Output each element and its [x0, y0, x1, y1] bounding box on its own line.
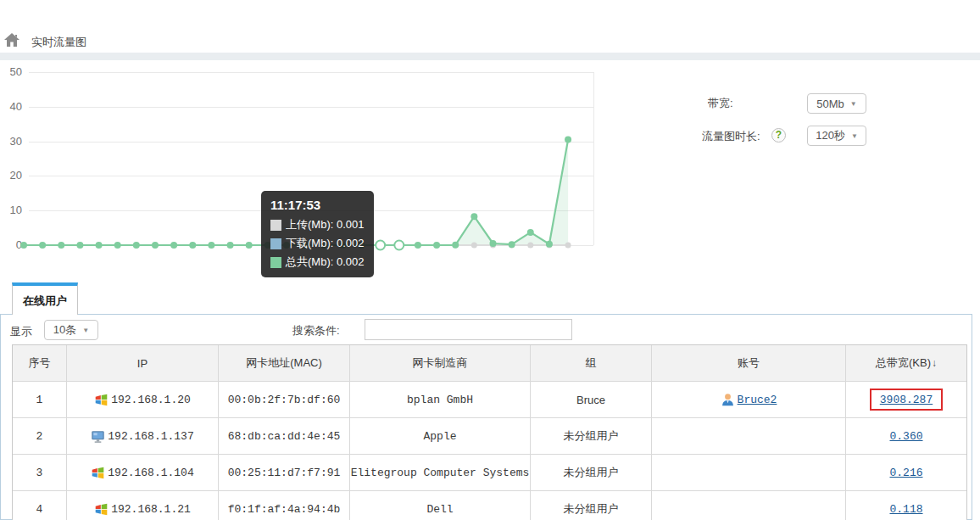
cell-group: Bruce [531, 382, 652, 417]
total-point[interactable] [76, 242, 83, 249]
cell-index: 4 [13, 491, 67, 520]
total-point[interactable] [490, 240, 497, 247]
total-point[interactable] [152, 242, 159, 249]
search-input[interactable] [365, 319, 572, 340]
duration-label: 流量图时长: [702, 129, 760, 144]
column-header-6[interactable]: 总带宽(KB)↓ [846, 345, 966, 381]
cell-ip: 192.168.1.137 [67, 418, 219, 454]
cell-bandwidth: 0.216 [846, 455, 966, 490]
chevron-down-icon: ▼ [851, 132, 858, 140]
total-swatch [270, 257, 281, 268]
cell-bandwidth: 3908.287 [846, 382, 966, 417]
cell-index: 3 [13, 455, 67, 490]
bandwidth-link[interactable]: 0.118 [889, 503, 922, 516]
total-point[interactable] [527, 229, 534, 236]
bandwidth-link[interactable]: 0.360 [889, 430, 922, 443]
cell-ip: 192.168.1.104 [67, 455, 219, 490]
cell-account [652, 418, 846, 454]
total-point-hollow[interactable] [394, 241, 404, 250]
table-body: 1 192.168.1.2000:0b:2f:7b:df:60bplan Gmb… [13, 381, 966, 520]
total-point[interactable] [39, 242, 46, 249]
column-header-1[interactable]: IP [67, 345, 219, 381]
total-point[interactable] [509, 241, 515, 248]
cell-group: 未分组用户 [531, 491, 652, 520]
home-icon-glyph [3, 31, 20, 48]
cell-index: 2 [13, 418, 67, 454]
bandwidth-link[interactable]: 3908.287 [880, 394, 933, 406]
tooltip-upload-label: 上传(Mb) [286, 218, 331, 231]
bandwidth-select-value: 50Mb [816, 98, 844, 110]
table-header-row: 序号IP网卡地址(MAC)网卡制造商组账号总带宽(KB)↓ [13, 345, 966, 381]
column-header-4[interactable]: 组 [531, 345, 652, 381]
total-point[interactable] [133, 242, 140, 249]
account-link[interactable]: Bruce2 [738, 394, 777, 406]
tooltip-total-label: 总共(Mb) [286, 255, 331, 268]
cell-vendor: Elitegroup Computer Systems [350, 455, 531, 490]
tooltip-row-download: 下载(Mb): 0.002 [270, 236, 365, 251]
cell-group: 未分组用户 [531, 418, 652, 454]
home-icon[interactable] [3, 31, 20, 48]
duration-select[interactable]: 120秒 ▼ [807, 126, 866, 146]
tooltip-row-upload: 上传(Mb): 0.001 [270, 217, 365, 232]
total-point[interactable] [433, 242, 440, 249]
cell-mac: 00:25:11:d7:f7:91 [219, 455, 350, 490]
tab-online-users[interactable]: 在线用户 [12, 282, 78, 315]
cell-bandwidth: 0.360 [846, 418, 966, 454]
column-header-5[interactable]: 账号 [652, 345, 846, 381]
table-row: 1 192.168.1.2000:0b:2f:7b:df:60bplan Gmb… [13, 381, 966, 417]
windows-os-icon [94, 502, 109, 517]
total-point[interactable] [246, 242, 253, 249]
total-point[interactable] [565, 137, 571, 143]
total-point[interactable] [96, 242, 103, 249]
page-size-value: 10条 [53, 322, 76, 338]
page-size-select[interactable]: 10条 ▼ [44, 320, 98, 340]
total-point[interactable] [20, 242, 27, 249]
total-point[interactable] [471, 213, 477, 220]
help-icon[interactable]: ? [771, 128, 786, 143]
tooltip-download-label: 下载(Mb) [286, 237, 331, 249]
total-point[interactable] [189, 242, 196, 249]
bandwidth-label: 带宽: [708, 96, 733, 111]
search-label: 搜索条件: [292, 323, 340, 338]
column-header-0[interactable]: 序号 [13, 345, 67, 381]
upload-swatch [270, 220, 281, 231]
total-point[interactable] [114, 242, 121, 249]
total-point[interactable] [208, 242, 214, 249]
cell-group: 未分组用户 [531, 455, 652, 490]
cell-index: 1 [13, 382, 67, 417]
total-point[interactable] [546, 241, 553, 248]
total-point-hollow[interactable] [376, 241, 385, 250]
windows-os-icon [91, 466, 105, 480]
cell-account [652, 491, 846, 520]
total-point[interactable] [452, 242, 459, 249]
bandwidth-select[interactable]: 50Mb ▼ [807, 93, 866, 114]
total-point[interactable] [170, 242, 177, 249]
secondary-point [527, 243, 533, 249]
header-divider-band [0, 53, 980, 60]
cell-vendor: Dell [350, 491, 531, 520]
cell-mac: 68:db:ca:dd:4e:45 [219, 418, 350, 454]
bandwidth-link[interactable]: 0.216 [889, 467, 922, 479]
column-header-3[interactable]: 网卡制造商 [350, 345, 531, 381]
tooltip-row-total: 总共(Mb): 0.002 [270, 254, 365, 270]
highlight-red-box: 3908.287 [870, 389, 943, 411]
total-point[interactable] [415, 242, 421, 249]
windows-os-icon [94, 393, 109, 407]
cell-ip: 192.168.1.20 [67, 382, 219, 417]
column-header-2[interactable]: 网卡地址(MAC) [219, 345, 350, 381]
cell-account [652, 455, 846, 490]
total-point[interactable] [227, 242, 234, 249]
cell-account: Bruce2 [652, 382, 846, 417]
cell-mac: 00:0b:2f:7b:df:60 [219, 382, 350, 417]
total-point[interactable] [58, 242, 64, 249]
cell-vendor: Apple [350, 418, 531, 454]
tooltip-download-value: 0.002 [337, 237, 365, 249]
user-icon [721, 393, 735, 407]
show-label: 显示 [10, 324, 32, 339]
table-row: 4 192.168.1.21f0:1f:af:4a:94:4bDell未分组用户… [13, 490, 966, 520]
page-title: 实时流量图 [31, 35, 86, 50]
cell-mac: f0:1f:af:4a:94:4b [219, 491, 350, 520]
chart-tooltip: 11:17:53 上传(Mb): 0.001 下载(Mb): 0.002 总共(… [261, 191, 374, 277]
cell-ip: 192.168.1.21 [67, 491, 219, 520]
sort-descending-icon: ↓ [932, 357, 937, 369]
